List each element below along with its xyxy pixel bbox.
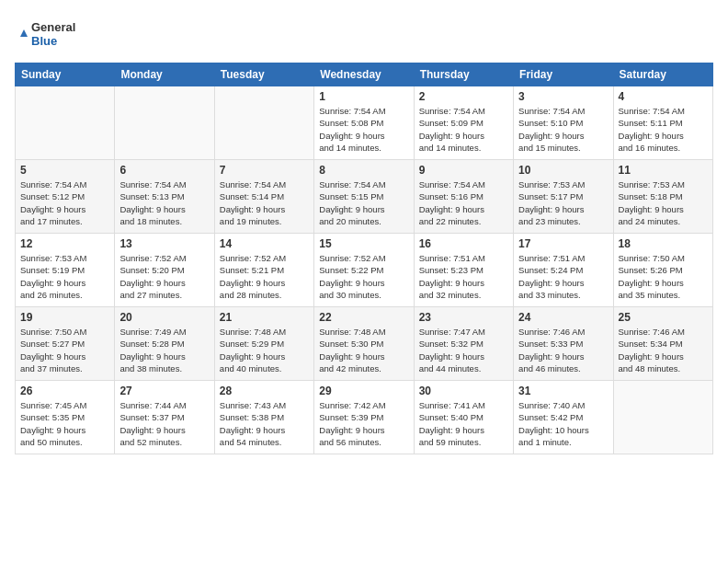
calendar-cell: 29Sunrise: 7:42 AM Sunset: 5:39 PM Dayli… [314, 381, 414, 454]
weekday-header-tuesday: Tuesday [214, 63, 313, 86]
day-number: 28 [220, 385, 309, 397]
logo-svg: General Blue [15, 15, 97, 53]
day-info: Sunrise: 7:52 AM Sunset: 5:20 PM Dayligh… [119, 252, 209, 301]
calendar-cell: 3Sunrise: 7:54 AM Sunset: 5:10 PM Daylig… [514, 86, 613, 160]
day-info: Sunrise: 7:54 AM Sunset: 5:13 PM Dayligh… [119, 178, 209, 227]
calendar-cell: 1Sunrise: 7:54 AM Sunset: 5:08 PM Daylig… [314, 86, 414, 160]
day-info: Sunrise: 7:51 AM Sunset: 5:23 PM Dayligh… [419, 252, 508, 301]
day-info: Sunrise: 7:40 AM Sunset: 5:42 PM Dayligh… [518, 399, 608, 448]
day-number: 30 [419, 385, 508, 397]
calendar-cell: 18Sunrise: 7:50 AM Sunset: 5:26 PM Dayli… [613, 234, 712, 307]
page-header: General Blue [15, 15, 713, 53]
calendar-cell: 6Sunrise: 7:54 AM Sunset: 5:13 PM Daylig… [115, 160, 214, 234]
calendar-cell: 2Sunrise: 7:54 AM Sunset: 5:09 PM Daylig… [414, 86, 513, 160]
calendar-cell: 14Sunrise: 7:52 AM Sunset: 5:21 PM Dayli… [214, 234, 313, 307]
day-number: 22 [319, 311, 408, 324]
day-number: 15 [319, 237, 408, 250]
day-number: 23 [419, 311, 508, 324]
calendar-cell: 31Sunrise: 7:40 AM Sunset: 5:42 PM Dayli… [514, 381, 613, 454]
day-info: Sunrise: 7:50 AM Sunset: 5:27 PM Dayligh… [20, 326, 109, 374]
day-info: Sunrise: 7:54 AM Sunset: 5:11 PM Dayligh… [619, 105, 708, 154]
calendar-cell: 27Sunrise: 7:44 AM Sunset: 5:37 PM Dayli… [115, 381, 214, 454]
day-info: Sunrise: 7:54 AM Sunset: 5:15 PM Dayligh… [319, 178, 408, 227]
calendar-header: SundayMondayTuesdayWednesdayThursdayFrid… [16, 63, 713, 86]
day-number: 1 [319, 90, 408, 103]
day-number: 24 [518, 311, 608, 324]
day-number: 20 [119, 311, 209, 324]
calendar-cell: 23Sunrise: 7:47 AM Sunset: 5:32 PM Dayli… [414, 307, 513, 381]
day-number: 17 [518, 237, 608, 250]
calendar-cell: 12Sunrise: 7:53 AM Sunset: 5:19 PM Dayli… [16, 234, 115, 307]
calendar-cell: 22Sunrise: 7:48 AM Sunset: 5:30 PM Dayli… [314, 307, 414, 381]
weekday-header-sunday: Sunday [16, 63, 115, 86]
day-info: Sunrise: 7:52 AM Sunset: 5:22 PM Dayligh… [319, 252, 408, 301]
day-number: 12 [20, 237, 109, 250]
day-number: 31 [518, 385, 608, 397]
day-number: 21 [220, 311, 309, 324]
day-info: Sunrise: 7:46 AM Sunset: 5:33 PM Dayligh… [518, 326, 608, 374]
calendar-body: 1Sunrise: 7:54 AM Sunset: 5:08 PM Daylig… [16, 86, 713, 454]
day-number: 11 [619, 164, 708, 177]
weekday-header-wednesday: Wednesday [314, 63, 414, 86]
calendar-cell: 30Sunrise: 7:41 AM Sunset: 5:40 PM Dayli… [414, 381, 513, 454]
day-number: 4 [619, 90, 708, 103]
calendar-cell: 21Sunrise: 7:48 AM Sunset: 5:29 PM Dayli… [214, 307, 313, 381]
day-info: Sunrise: 7:50 AM Sunset: 5:26 PM Dayligh… [619, 252, 708, 301]
day-info: Sunrise: 7:54 AM Sunset: 5:10 PM Dayligh… [518, 105, 608, 154]
calendar-cell: 10Sunrise: 7:53 AM Sunset: 5:17 PM Dayli… [514, 160, 613, 234]
calendar-cell [16, 86, 115, 160]
calendar-week-5: 26Sunrise: 7:45 AM Sunset: 5:35 PM Dayli… [16, 381, 713, 454]
day-number: 5 [20, 164, 109, 177]
day-info: Sunrise: 7:53 AM Sunset: 5:17 PM Dayligh… [518, 178, 608, 227]
day-info: Sunrise: 7:53 AM Sunset: 5:18 PM Dayligh… [619, 178, 708, 227]
calendar-cell: 4Sunrise: 7:54 AM Sunset: 5:11 PM Daylig… [613, 86, 712, 160]
day-number: 27 [119, 385, 209, 397]
weekday-header-friday: Friday [514, 63, 613, 86]
logo: General Blue [15, 15, 97, 53]
calendar-cell [214, 86, 313, 160]
svg-text:General: General [31, 20, 75, 34]
day-info: Sunrise: 7:52 AM Sunset: 5:21 PM Dayligh… [220, 252, 309, 301]
day-number: 13 [119, 237, 209, 250]
day-info: Sunrise: 7:48 AM Sunset: 5:30 PM Dayligh… [319, 326, 408, 374]
calendar-cell: 25Sunrise: 7:46 AM Sunset: 5:34 PM Dayli… [613, 307, 712, 381]
weekday-header-saturday: Saturday [613, 63, 712, 86]
weekday-row: SundayMondayTuesdayWednesdayThursdayFrid… [16, 63, 713, 86]
day-number: 18 [619, 237, 708, 250]
day-info: Sunrise: 7:41 AM Sunset: 5:40 PM Dayligh… [419, 399, 508, 448]
day-number: 2 [419, 90, 508, 103]
weekday-header-monday: Monday [115, 63, 214, 86]
day-info: Sunrise: 7:54 AM Sunset: 5:08 PM Dayligh… [319, 105, 408, 154]
calendar-cell: 20Sunrise: 7:49 AM Sunset: 5:28 PM Dayli… [115, 307, 214, 381]
calendar-cell: 26Sunrise: 7:45 AM Sunset: 5:35 PM Dayli… [16, 381, 115, 454]
svg-text:Blue: Blue [31, 34, 57, 48]
calendar-cell: 28Sunrise: 7:43 AM Sunset: 5:38 PM Dayli… [214, 381, 313, 454]
day-info: Sunrise: 7:54 AM Sunset: 5:09 PM Dayligh… [419, 105, 508, 154]
calendar-cell: 19Sunrise: 7:50 AM Sunset: 5:27 PM Dayli… [16, 307, 115, 381]
day-number: 9 [419, 164, 508, 177]
day-number: 16 [419, 237, 508, 250]
day-info: Sunrise: 7:51 AM Sunset: 5:24 PM Dayligh… [518, 252, 608, 301]
calendar-cell: 17Sunrise: 7:51 AM Sunset: 5:24 PM Dayli… [514, 234, 613, 307]
day-info: Sunrise: 7:43 AM Sunset: 5:38 PM Dayligh… [220, 399, 309, 448]
day-number: 10 [518, 164, 608, 177]
calendar-week-3: 12Sunrise: 7:53 AM Sunset: 5:19 PM Dayli… [16, 234, 713, 307]
calendar-cell: 24Sunrise: 7:46 AM Sunset: 5:33 PM Dayli… [514, 307, 613, 381]
weekday-header-thursday: Thursday [414, 63, 513, 86]
day-number: 3 [518, 90, 608, 103]
day-number: 7 [220, 164, 309, 177]
day-info: Sunrise: 7:54 AM Sunset: 5:12 PM Dayligh… [20, 178, 109, 227]
calendar-week-1: 1Sunrise: 7:54 AM Sunset: 5:08 PM Daylig… [16, 86, 713, 160]
day-info: Sunrise: 7:53 AM Sunset: 5:19 PM Dayligh… [20, 252, 109, 301]
day-info: Sunrise: 7:42 AM Sunset: 5:39 PM Dayligh… [319, 399, 408, 448]
calendar-week-4: 19Sunrise: 7:50 AM Sunset: 5:27 PM Dayli… [16, 307, 713, 381]
day-info: Sunrise: 7:48 AM Sunset: 5:29 PM Dayligh… [220, 326, 309, 374]
calendar-cell: 13Sunrise: 7:52 AM Sunset: 5:20 PM Dayli… [115, 234, 214, 307]
calendar-cell: 9Sunrise: 7:54 AM Sunset: 5:16 PM Daylig… [414, 160, 513, 234]
day-number: 26 [20, 385, 109, 397]
day-number: 25 [619, 311, 708, 324]
calendar-cell [115, 86, 214, 160]
calendar-cell: 11Sunrise: 7:53 AM Sunset: 5:18 PM Dayli… [613, 160, 712, 234]
day-info: Sunrise: 7:46 AM Sunset: 5:34 PM Dayligh… [619, 326, 708, 374]
calendar-cell: 7Sunrise: 7:54 AM Sunset: 5:14 PM Daylig… [214, 160, 313, 234]
